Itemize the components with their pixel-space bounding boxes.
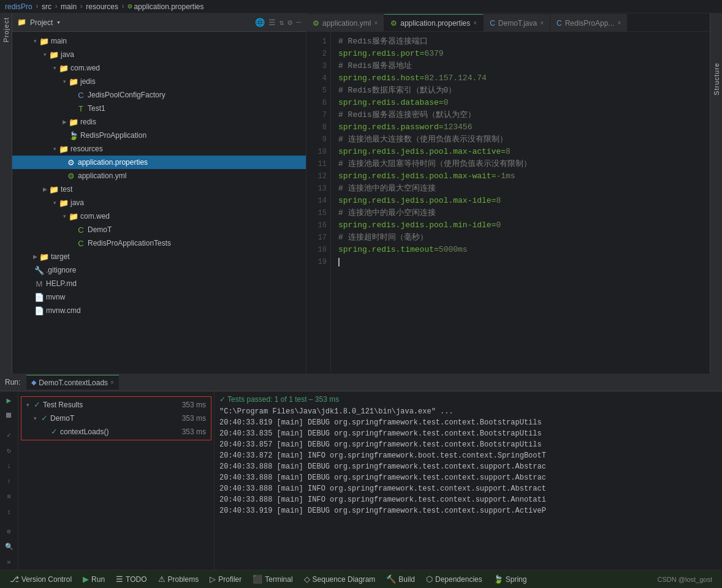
line-number: 5 — [306, 85, 327, 97]
tree-item[interactable]: ▶📁redis — [12, 115, 306, 129]
breadcrumb-file[interactable]: application.properties — [134, 2, 203, 11]
tree-icon: 📁 — [69, 212, 78, 221]
tree-item[interactable]: CRedisProApplicationTests — [12, 236, 306, 250]
code-line: # Redis服务器连接密码（默认为空） — [338, 109, 710, 121]
run-btn-collapse[interactable]: ↕ — [2, 505, 16, 519]
tree-item[interactable]: ▾📁java — [12, 48, 306, 61]
tree-icon: C — [76, 239, 86, 248]
tree-icon: 📁 — [39, 252, 49, 262]
tree-arrow: ▾ — [31, 38, 39, 44]
console-line: "C:\Program Files\Java\jdk1.8.0_121\bin\… — [219, 406, 717, 417]
tab-application-properties[interactable]: ⚙ application.properties × — [384, 14, 484, 31]
breadcrumb-project[interactable]: redisPro — [5, 2, 32, 11]
console-line: 20:40:33.888 [main] INFO org.springframe… — [219, 483, 717, 494]
tree-item[interactable]: 🔧.gitignore — [12, 263, 306, 277]
run-tab-close[interactable]: × — [110, 379, 114, 386]
tree-arrow: ▶ — [31, 254, 39, 260]
tab-redispro-close[interactable]: × — [617, 20, 621, 26]
terminal-icon: ⬛ — [253, 575, 262, 584]
structure-side-tab[interactable]: Structure — [713, 62, 720, 96]
tree-item[interactable]: TTest1 — [12, 102, 306, 115]
panel-icon-sort[interactable]: ⇅ — [279, 18, 284, 28]
status-version-control[interactable]: ⎇ Version Control — [5, 570, 77, 588]
status-terminal[interactable]: ⬛ Terminal — [248, 570, 297, 588]
tree-item[interactable]: ▾📁com.wed — [12, 61, 306, 75]
code-content[interactable]: # Redis服务器连接端口spring.redis.port=6379# Re… — [331, 32, 710, 374]
panel-icon-align[interactable]: ☰ — [268, 18, 276, 28]
panel-icon-globe[interactable]: 🌐 — [255, 18, 265, 28]
tree-icon: 🍃 — [69, 131, 78, 140]
run-btn-sort-alpha[interactable]: ↑ — [2, 475, 16, 488]
run-btn-search[interactable]: 🔍 — [2, 540, 16, 554]
tree-item[interactable]: ▾📁jedis — [12, 75, 306, 88]
status-dependencies[interactable]: ⬡ Dependencies — [421, 570, 487, 588]
tree-icon: T — [76, 104, 86, 113]
panel-icon-settings[interactable]: ⚙ — [287, 18, 292, 28]
test-root-check: ✓ — [34, 400, 40, 409]
tree-item[interactable]: ▶📁target — [12, 250, 306, 263]
run-btn-expand[interactable]: ≡ — [2, 490, 16, 503]
run-tab-label: DemoT.contextLoads — [39, 379, 108, 387]
tree-item[interactable]: ▶📁test — [12, 183, 306, 196]
tab-application-yml[interactable]: ⚙ application.yml × — [306, 14, 384, 31]
tab-redispro-icon: C — [557, 19, 562, 28]
tree-item[interactable]: CJedisPoolConfigFactory — [12, 88, 306, 102]
spring-label: Spring — [506, 575, 527, 584]
code-editor[interactable]: 12345678910111213141516171819 # Redis服务器… — [306, 32, 710, 374]
test-contextloads-item[interactable]: ✓ contextLoads() 353 ms — [21, 425, 211, 439]
tree-label: java — [70, 198, 84, 207]
code-line: # Redis服务器连接端口 — [338, 36, 710, 48]
tree-item[interactable]: ▾📁main — [12, 34, 306, 48]
console-line: 20:40:33.919 [main] DEBUG org.springfram… — [219, 505, 717, 516]
breadcrumb-main[interactable]: main — [61, 2, 77, 11]
run-btn-play[interactable]: ▶ — [2, 394, 16, 407]
tree-item[interactable]: ⚙application.yml — [12, 169, 306, 183]
project-panel-header: 📁 Project ▾ 🌐 ☰ ⇅ ⚙ — — [12, 13, 306, 32]
tree-arrow: ▶ — [60, 119, 69, 125]
run-btn-more[interactable]: » — [2, 556, 16, 569]
tree-icon: 📁 — [69, 77, 78, 86]
project-dropdown-icon[interactable]: ▾ — [56, 18, 61, 26]
tab-yml-close[interactable]: × — [374, 20, 378, 26]
run-btn-rerun-failed[interactable]: ✓ — [2, 429, 16, 442]
tab-props-close[interactable]: × — [473, 20, 477, 26]
tree-item[interactable]: 📄mvnw — [12, 290, 306, 304]
run-tab-demot[interactable]: ◆ DemoT.contextLoads × — [26, 375, 119, 390]
tree-item[interactable]: ▾📁resources — [12, 142, 306, 156]
profiler-icon: ▷ — [210, 575, 216, 584]
test-root-item[interactable]: ▾ ✓ Test Results 353 ms — [21, 398, 211, 412]
tree-label: .gitignore — [46, 266, 76, 274]
panel-icon-close[interactable]: — — [296, 18, 301, 27]
tree-item[interactable]: ⚙application.properties — [12, 156, 306, 169]
tree-item[interactable]: 📄mvnw.cmd — [12, 304, 306, 317]
run-btn-filter[interactable]: ⊘ — [2, 525, 16, 538]
run-btn-rerun[interactable]: ↻ — [2, 444, 16, 458]
test-demot-item[interactable]: ▾ ✓ DemoT 353 ms — [21, 412, 211, 425]
breadcrumb-src[interactable]: src — [42, 2, 51, 11]
console-line: 20:40:33.819 [main] DEBUG org.springfram… — [219, 417, 717, 428]
project-side-tab[interactable]: Project — [2, 17, 10, 42]
tab-demot-close[interactable]: × — [540, 20, 544, 26]
tree-item[interactable]: ▾📁com.wed — [12, 209, 306, 223]
line-number: 4 — [306, 72, 327, 85]
status-build[interactable]: 🔨 Build — [381, 570, 420, 588]
tab-redispro-java[interactable]: C RedisProApp... × — [550, 14, 628, 31]
tree-item[interactable]: ▾📁java — [12, 196, 306, 209]
status-spring[interactable]: 🍃 Spring — [488, 570, 532, 588]
run-btn-stop[interactable]: ⏹ — [2, 409, 16, 423]
console-output[interactable]: ✓ Tests passed: 1 of 1 test – 353 ms"C:\… — [215, 391, 722, 570]
tree-item[interactable]: CDemoT — [12, 223, 306, 236]
tree-item[interactable]: MHELP.md — [12, 277, 306, 290]
status-profiler[interactable]: ▷ Profiler — [205, 570, 246, 588]
status-sequence[interactable]: ◇ Sequence Diagram — [299, 570, 381, 588]
status-problems[interactable]: ⚠ Problems — [153, 570, 204, 588]
run-status-icon: ▶ — [83, 575, 89, 584]
tree-item[interactable]: 🍃RedisProApplication — [12, 129, 306, 142]
breadcrumb-resources[interactable]: resources — [86, 2, 118, 11]
status-run[interactable]: ▶ Run — [78, 570, 110, 588]
code-line: spring.redis.jedis.pool.max-wait=-1ms — [338, 170, 710, 183]
run-btn-sort-dur[interactable]: ↓ — [2, 459, 16, 473]
code-line: spring.redis.jedis.pool.max-idle=8 — [338, 195, 710, 207]
tab-demot-java[interactable]: C DemoT.java × — [484, 14, 550, 31]
status-todo[interactable]: ☰ TODO — [111, 570, 151, 588]
